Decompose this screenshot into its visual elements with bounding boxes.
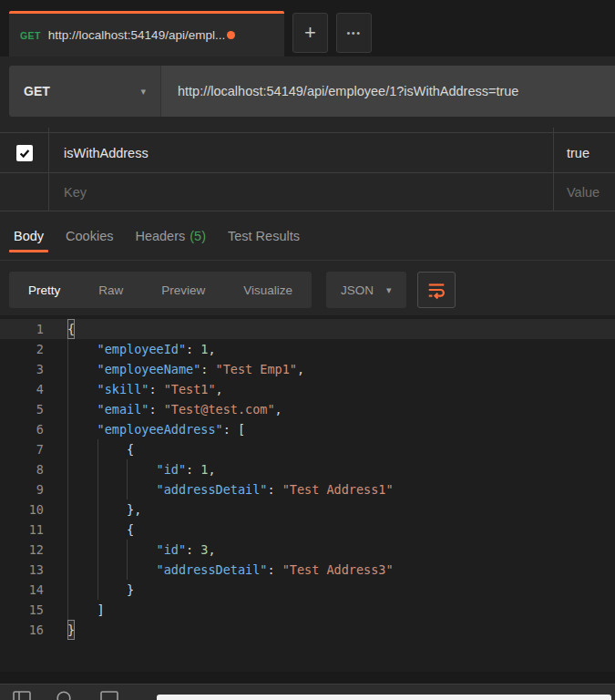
request-url-row: GET ▾ http://localhost:54149/api/employe…	[9, 66, 615, 117]
line-number: 14	[0, 580, 67, 600]
code-token: "employeeId"	[97, 339, 187, 359]
code-token: "id"	[157, 459, 187, 479]
indent-guide	[127, 479, 157, 499]
code-token: }	[127, 580, 134, 600]
view-mode-preview[interactable]: Preview	[142, 272, 224, 308]
param-key-input[interactable]: Key	[64, 185, 87, 200]
method-select[interactable]: GET ▾	[9, 66, 160, 117]
code-line[interactable]: 11{	[0, 520, 615, 540]
code-line[interactable]: 13"addressDetail": "Test Address3"	[0, 560, 615, 580]
line-number: 2	[0, 339, 67, 359]
code-token: :	[200, 359, 215, 379]
indent-guide	[67, 439, 97, 459]
indent-guide	[67, 359, 97, 379]
new-tab-button[interactable]: +	[292, 13, 328, 53]
code-token: {	[127, 520, 134, 540]
find-bar[interactable]	[157, 695, 611, 700]
wrap-lines-icon	[426, 280, 446, 300]
view-mode-group: Pretty Raw Preview Visualize	[9, 272, 312, 308]
line-number: 16	[0, 620, 67, 640]
code-line[interactable]: 9"addressDetail": "Test Address1"	[0, 479, 615, 499]
ellipsis-icon: •••	[346, 27, 361, 38]
line-number: 8	[0, 459, 67, 479]
url-text: http://localhost:54149/api/employee/1?is…	[178, 84, 518, 98]
param-key-field[interactable]: isWithAddress	[64, 146, 149, 160]
code-token: "addressDetail"	[157, 479, 268, 499]
wrap-lines-button[interactable]	[417, 272, 456, 308]
code-line[interactable]: 6"employeeAddress": [	[0, 419, 615, 439]
code-token: 3	[200, 540, 208, 560]
code-line[interactable]: 2"employeeId": 1,	[0, 339, 615, 359]
indent-guide	[127, 459, 157, 479]
indent-guide	[67, 479, 97, 499]
unsaved-dot-icon	[227, 31, 235, 39]
code-token: "Test1"	[164, 379, 216, 399]
code-token: : [	[223, 419, 245, 439]
code-token: "addressDetail"	[157, 560, 268, 580]
code-line[interactable]: 8"id": 1,	[0, 459, 615, 479]
code-line[interactable]: 1{	[0, 319, 615, 339]
code-token: "email"	[97, 399, 149, 419]
code-token: :	[186, 459, 200, 479]
bottom-gap	[0, 672, 615, 684]
line-number: 4	[0, 379, 67, 399]
line-number: 10	[0, 499, 67, 520]
code-line[interactable]: 10},	[0, 499, 615, 520]
code-line[interactable]: 12"id": 3,	[0, 540, 615, 560]
tab-title: http://localhost:54149/api/empl...	[48, 28, 225, 42]
console-icon[interactable]	[100, 691, 118, 700]
language-value: JSON	[341, 283, 374, 297]
code-line[interactable]: 14}	[0, 580, 615, 600]
method-value: GET	[24, 84, 50, 98]
param-value-input[interactable]: Value	[567, 185, 600, 200]
tab-body[interactable]: Body	[14, 211, 44, 260]
tab-options-button[interactable]: •••	[336, 13, 372, 53]
chevron-down-icon: ▾	[140, 86, 146, 98]
code-token: "id"	[157, 540, 187, 560]
line-number: 15	[0, 600, 67, 620]
code-line[interactable]: 4"skill": "Test1",	[0, 379, 615, 399]
code-token: ,	[216, 379, 223, 399]
indent-guide	[67, 560, 97, 580]
line-number: 1	[0, 319, 67, 339]
indent-guide	[97, 540, 128, 560]
line-number: 6	[0, 419, 67, 439]
code-token: :	[149, 379, 163, 399]
language-select[interactable]: JSON ▾	[326, 272, 406, 308]
code-token: },	[127, 499, 141, 520]
tab-test-results[interactable]: Test Results	[228, 211, 300, 260]
sidebar-toggle-icon[interactable]	[13, 691, 31, 700]
view-mode-raw[interactable]: Raw	[79, 272, 142, 308]
param-row-empty: Key Value	[0, 173, 615, 211]
param-value-field[interactable]: true	[567, 146, 589, 160]
indent-guide	[67, 580, 97, 600]
plus-icon: +	[304, 21, 316, 45]
request-tab[interactable]: GET http://localhost:54149/api/empl...	[9, 11, 284, 57]
tab-cookies[interactable]: Cookies	[66, 211, 113, 260]
tab-headers[interactable]: Headers (5)	[135, 211, 206, 260]
code-token: ,	[208, 339, 215, 359]
line-number: 9	[0, 479, 67, 499]
response-body-editor[interactable]: 1{2"employeeId": 1,3"employeeName": "Tes…	[0, 315, 615, 672]
view-mode-pretty[interactable]: Pretty	[9, 272, 79, 308]
view-mode-visualize[interactable]: Visualize	[224, 272, 312, 308]
code-token: ,	[208, 459, 215, 479]
code-line[interactable]: 7{	[0, 439, 615, 459]
indent-guide	[97, 580, 128, 600]
code-token: {	[127, 439, 134, 459]
indent-guide	[97, 520, 128, 540]
indent-guide	[67, 459, 97, 479]
indent-guide	[67, 399, 97, 419]
code-line[interactable]: 15]	[0, 600, 615, 620]
param-row: isWithAddress true	[0, 133, 615, 173]
param-enabled-checkbox[interactable]	[16, 145, 33, 161]
url-input[interactable]: http://localhost:54149/api/employee/1?is…	[160, 66, 615, 117]
help-icon[interactable]	[56, 691, 71, 700]
code-token: :	[267, 560, 282, 580]
indent-guide	[67, 540, 97, 560]
code-token: :	[186, 339, 200, 359]
code-line[interactable]: 3"employeeName": "Test Emp1",	[0, 359, 615, 379]
code-line[interactable]: 5"email": "Test@test.com",	[0, 399, 615, 419]
indent-guide	[67, 520, 97, 540]
code-line[interactable]: 16}	[0, 620, 615, 640]
